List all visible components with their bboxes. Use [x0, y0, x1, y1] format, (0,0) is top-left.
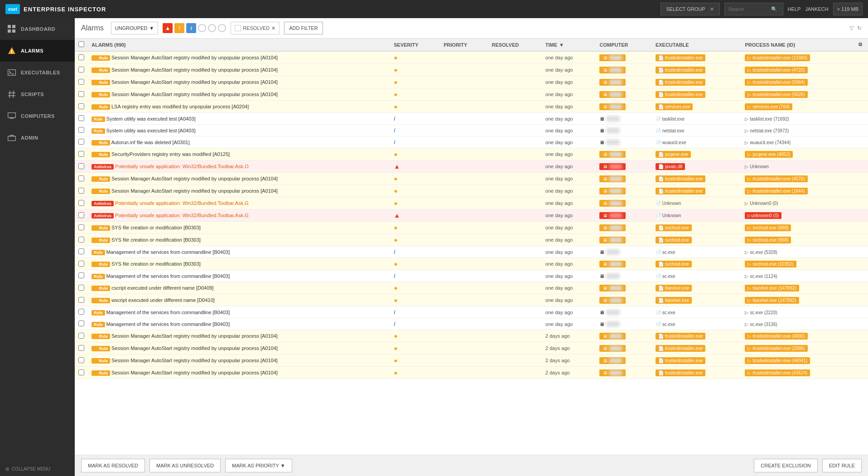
- process-chip[interactable]: ▷pcqexe.exe (4052): [745, 151, 793, 158]
- filter-circle2[interactable]: [208, 24, 216, 32]
- row-checkbox[interactable]: [78, 333, 84, 339]
- row-checkbox[interactable]: [78, 297, 84, 303]
- col-settings[interactable]: ⚙: [854, 39, 868, 51]
- resolved-filter-button[interactable]: RESOLVED ✕: [231, 22, 280, 34]
- process-cell[interactable]: ▷trustedinstaller.exe (2096): [741, 342, 854, 355]
- executable-chip[interactable]: 📄trustedinstaller.exe: [656, 54, 705, 61]
- row-checkbox[interactable]: [78, 200, 84, 206]
- executable-cell[interactable]: 📄trustedinstaller.exe: [652, 76, 742, 88]
- computer-cell[interactable]: 🖥: [596, 294, 651, 306]
- alarms-table-container[interactable]: ALARMS (990) SEVERITY PRIORITY RESOLVED …: [75, 39, 868, 455]
- executable-cell[interactable]: 📄trustedinstaller.exe: [652, 185, 742, 197]
- process-cell[interactable]: ▷trustedinstaller.exe (46041): [741, 355, 854, 367]
- row-checkbox[interactable]: [78, 345, 84, 351]
- process-chip[interactable]: ▷svchost.exe (968): [745, 224, 791, 231]
- process-chip[interactable]: ▷trustedinstaller.exe (43524): [745, 369, 810, 376]
- executable-chip[interactable]: 📄trustedinstaller.exe: [656, 357, 705, 364]
- computer-cell[interactable]: 🖥: [596, 222, 651, 234]
- row-checkbox[interactable]: [78, 54, 84, 60]
- computer-cell[interactable]: 🖥: [596, 367, 651, 379]
- computer-cell[interactable]: 🖥: [596, 234, 651, 246]
- executable-cell[interactable]: 📄trustedinstaller.exe: [652, 88, 742, 101]
- executable-cell[interactable]: 📄svchost.exe: [652, 258, 742, 270]
- row-checkbox[interactable]: [78, 163, 84, 169]
- computer-chip[interactable]: 🖥: [599, 200, 626, 207]
- executable-chip[interactable]: 📄trustedinstaller.exe: [656, 79, 705, 86]
- edit-rule-button[interactable]: EDIT RULE: [822, 459, 862, 472]
- computer-cell[interactable]: 🖥: [596, 136, 651, 148]
- computer-cell[interactable]: 🖥: [596, 246, 651, 258]
- computer-cell[interactable]: 🖥: [596, 306, 651, 318]
- row-checkbox[interactable]: [78, 272, 84, 278]
- process-chip[interactable]: ▷services.exe (764): [745, 103, 792, 110]
- sidebar-item-dashboard[interactable]: DASHBOARD: [0, 18, 75, 40]
- executable-cell[interactable]: 📄pcqexe.exe: [652, 148, 742, 160]
- computer-chip[interactable]: 🖥: [599, 261, 626, 267]
- process-cell[interactable]: ▷trustedinstaller.exe (5620): [741, 88, 854, 101]
- process-cell[interactable]: ▷ wuaucit.exe (74344): [741, 136, 854, 148]
- process-cell[interactable]: ▷ tasklist.exe (71692): [741, 113, 854, 125]
- process-cell[interactable]: ▷tiworker.exe (147892): [741, 294, 854, 306]
- process-cell[interactable]: ▷trustedinstaller.exe (5084): [741, 76, 854, 88]
- executable-cell[interactable]: 📄 sc.exe: [652, 246, 742, 258]
- executable-chip[interactable]: 📄svchost.exe: [656, 237, 692, 243]
- process-cell[interactable]: ▷trustedinstaller.exe (4576): [741, 173, 854, 185]
- mark-priority-button[interactable]: MARK AS PRIORITY ▼: [225, 459, 292, 472]
- filter-red-button[interactable]: ▲: [163, 23, 173, 33]
- row-checkbox[interactable]: [78, 188, 84, 194]
- computer-chip[interactable]: 🖥: [599, 79, 626, 86]
- computer-chip[interactable]: 🖥: [599, 357, 626, 364]
- row-checkbox[interactable]: [78, 151, 84, 157]
- process-chip[interactable]: ▷trustedinstaller.exe (13384): [745, 54, 810, 61]
- process-chip[interactable]: ▷trustedinstaller.exe (4576): [745, 175, 807, 182]
- executable-chip[interactable]: 📄services.exe: [656, 103, 693, 110]
- process-chip[interactable]: ▷unknown0 (0): [745, 212, 781, 219]
- process-chip[interactable]: ▷svchost.exe (10352): [745, 261, 796, 267]
- executable-chip[interactable]: 📄tiworker.exe: [656, 285, 692, 291]
- notifications-button[interactable]: > 119 MB: [833, 3, 863, 15]
- sidebar-item-alarms[interactable]: ALARMS: [0, 40, 75, 62]
- computer-chip[interactable]: 🖥: [599, 237, 626, 243]
- process-chip[interactable]: ▷svchost.exe (968): [745, 237, 791, 243]
- user-button[interactable]: JANKECH: [805, 6, 828, 12]
- executable-chip[interactable]: 📄trustedinstaller.exe: [656, 345, 705, 352]
- sidebar-item-computers[interactable]: COMPUTERS: [0, 105, 75, 127]
- filter-orange-button[interactable]: !: [174, 23, 184, 33]
- executable-cell[interactable]: 📄tiworker.exe: [652, 282, 742, 294]
- collapse-menu-button[interactable]: ⊞ COLLAPSE MENU: [5, 466, 69, 471]
- process-cell[interactable]: ▷unknown0 (0): [741, 209, 854, 222]
- executable-chip[interactable]: 📄trustedinstaller.exe: [656, 91, 705, 98]
- computer-cell[interactable]: 🖥: [596, 318, 651, 330]
- row-checkbox[interactable]: [78, 79, 84, 85]
- computer-chip[interactable]: 🖥: [599, 188, 626, 194]
- alarm-name[interactable]: Potentially unsafe application: Win32/Bu…: [115, 164, 249, 169]
- process-cell[interactable]: ▷svchost.exe (968): [741, 234, 854, 246]
- process-cell[interactable]: ▷trustedinstaller.exe (1644): [741, 185, 854, 197]
- select-group-button[interactable]: SELECT GROUP ✕: [661, 3, 720, 15]
- executable-cell[interactable]: 📄trustedinstaller.exe: [652, 173, 742, 185]
- computer-cell[interactable]: 🖥: [596, 282, 651, 294]
- select-group-close-icon[interactable]: ✕: [710, 6, 714, 12]
- executable-cell[interactable]: 📄 tasklist.exe: [652, 113, 742, 125]
- create-exclusion-button[interactable]: CREATE EXCLUSION: [754, 459, 817, 472]
- filter-circle3[interactable]: [218, 24, 226, 32]
- computer-cell[interactable]: 🖥: [596, 125, 651, 136]
- alarm-name[interactable]: Potentially unsafe application: Win32/Bu…: [115, 200, 249, 206]
- row-checkbox[interactable]: [78, 212, 84, 218]
- row-checkbox[interactable]: [78, 224, 84, 230]
- executable-cell[interactable]: 📄svchost.exe: [652, 234, 742, 246]
- process-chip[interactable]: ▷trustedinstaller.exe (46041): [745, 357, 810, 364]
- computer-chip[interactable]: 🖥: [599, 212, 626, 219]
- process-chip[interactable]: ▷tiworker.exe (147892): [745, 297, 799, 304]
- executable-cell[interactable]: 📄 sc.exe: [652, 270, 742, 282]
- mark-resolved-button[interactable]: MARK AS RESOLVED: [81, 459, 145, 472]
- executable-chip[interactable]: 📄pcqexe.exe: [656, 151, 691, 158]
- executable-chip[interactable]: 📄trustedinstaller.exe: [656, 333, 705, 340]
- executable-cell[interactable]: 📄 sc.exe: [652, 306, 742, 318]
- process-chip[interactable]: ▷tiworker.exe (147892): [745, 285, 799, 291]
- computer-cell[interactable]: 🖥: [596, 173, 651, 185]
- computer-cell[interactable]: 🖥: [596, 209, 651, 222]
- executable-cell[interactable]: 📄services.exe: [652, 101, 742, 113]
- process-chip[interactable]: ▷trustedinstaller.exe (4720): [745, 67, 807, 73]
- row-checkbox[interactable]: [78, 237, 84, 243]
